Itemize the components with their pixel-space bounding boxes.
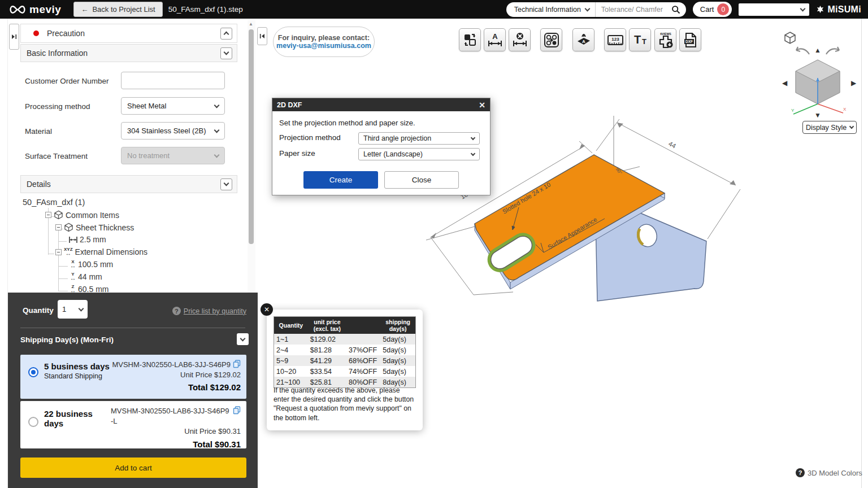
isometric-view-icon[interactable]	[783, 31, 797, 45]
header-account-dropdown[interactable]	[739, 3, 809, 16]
tree-item-dim-z[interactable]: Z↔ 60.5 mm	[70, 285, 108, 293]
quantity-select[interactable]: 1	[58, 300, 88, 319]
chamfer-button[interactable]: A	[572, 28, 594, 51]
tree-item-dim-x[interactable]: X↔ 100.5 mm	[70, 260, 113, 269]
tree-root-item[interactable]: 50_FAsm_dxf (1)	[23, 198, 85, 207]
dialog-title-bar[interactable]: 2D DXF ✕	[272, 98, 490, 111]
search-input[interactable]: Tolerance/ Chamfer	[601, 6, 668, 14]
precaution-collapse-button[interactable]	[220, 28, 232, 40]
shipping-days-value: 5 business days	[44, 361, 110, 371]
collapse-minus-icon[interactable]	[45, 212, 51, 218]
dimension-a-icon: A	[488, 32, 502, 47]
paper-size-select[interactable]: Letter (Landscape)	[358, 148, 480, 160]
six-views-icon: 6VIEWS	[657, 32, 674, 49]
thickness-value-label: 2.5 mm	[80, 235, 106, 244]
display-style-label: Display Style	[806, 124, 847, 132]
search-box[interactable]: Tolerance/ Chamfer	[596, 5, 686, 14]
processing-method-select[interactable]: Sheet Metal	[121, 97, 225, 115]
paper-size-label: Paper size	[279, 149, 315, 158]
meviy-logo[interactable]: meviy	[8, 3, 61, 16]
quantity-label: Quantity	[23, 306, 54, 315]
dim-x-value: 100.5 mm	[78, 260, 113, 269]
help-icon[interactable]: ?	[172, 307, 181, 315]
sidebar-scrollbar-thumb[interactable]	[249, 29, 254, 244]
search-icon[interactable]	[671, 5, 680, 14]
cart-button[interactable]: Cart 0	[693, 2, 732, 17]
view-cube[interactable]: Y X	[789, 55, 847, 119]
tree-item-sheet-thickness[interactable]: Sheet Thickness	[55, 223, 134, 232]
price-row: 2~4$81.28 37%OFF5day(s)	[274, 345, 416, 355]
sidebar-scrollbar[interactable]: ▲	[248, 20, 255, 293]
technical-information-label: Technical Information	[514, 6, 581, 14]
details-header[interactable]: Details	[20, 175, 237, 193]
tree-item-dim-y[interactable]: Y↔ 44 mm	[70, 272, 102, 281]
model-colors-help[interactable]: ? 3D Model Colors	[796, 468, 862, 477]
basic-information-collapse-button[interactable]	[220, 47, 232, 59]
view-right-arrow[interactable]: ▶	[851, 80, 856, 86]
tree-item-external-dimensions[interactable]: XYZ↔ External Dimensions	[55, 247, 147, 256]
text-annotation-button[interactable]: T T	[629, 28, 651, 51]
shipping-price-block: MVSHM-3N02550-LAB6-3JJ-S46P9 Unit Price …	[112, 360, 241, 393]
technical-information-dropdown[interactable]: Technical Information	[506, 2, 596, 17]
dxf-export-button[interactable]: DXF	[679, 28, 701, 51]
swap-parts-button[interactable]	[459, 28, 481, 51]
scrollbar-up-arrow-icon[interactable]: ▲	[249, 21, 253, 27]
tree-connector	[49, 254, 54, 254]
processing-method-label: Processing method	[25, 102, 90, 111]
back-to-project-list-button[interactable]: ← Back to Project List	[73, 2, 162, 17]
collapse-minus-icon[interactable]	[55, 224, 62, 230]
close-icon[interactable]: ✕	[261, 303, 273, 316]
shipping-days-title: Shipping Day(s) (Mon-Fri)	[20, 336, 114, 344]
tree-item-thickness-value[interactable]: 2.5 mm	[69, 235, 106, 244]
contact-email-link[interactable]: meviy-usa@misumiusa.com	[276, 42, 371, 50]
collapse-minus-icon[interactable]	[55, 249, 62, 255]
delete-dimension-button[interactable]	[509, 28, 531, 51]
hole-plate-icon	[544, 32, 559, 48]
left-gutter	[0, 19, 8, 488]
misumi-brand: MiSUMi	[816, 5, 861, 15]
help-icon: ?	[796, 468, 805, 477]
tree-connector	[58, 230, 59, 291]
top-header: meviy ← Back to Project List 50_FAsm_dxf…	[0, 0, 868, 19]
add-to-cart-button[interactable]: Add to cart	[20, 457, 246, 478]
misumi-logo-icon	[816, 5, 824, 14]
close-button[interactable]: Close	[384, 171, 459, 189]
view-up-arrow[interactable]: ▲	[814, 47, 821, 54]
material-select[interactable]: 304 Stainless Steel (2B)	[121, 122, 225, 140]
basic-information-header[interactable]: Basic Information	[20, 44, 237, 62]
copy-icon[interactable]	[233, 360, 241, 368]
add-dimension-button[interactable]: A	[484, 28, 506, 51]
radio-selected-icon[interactable]	[28, 367, 38, 377]
display-style-button[interactable]: Display Style	[802, 121, 857, 134]
canvas-collapse-handle[interactable]	[257, 27, 267, 45]
z-dimension-icon: Z↔	[70, 285, 76, 293]
text-tool-icon: T T	[632, 33, 648, 47]
cart-count-badge: 0	[717, 3, 729, 15]
dim-z-value: 60.5 mm	[78, 285, 108, 293]
customer-order-number-input[interactable]	[121, 72, 225, 89]
shipping-collapse-button[interactable]	[237, 333, 249, 345]
precaution-label: Precaution	[47, 29, 85, 38]
part-number: MVSHM-3N02550-LAB6-3JJ-S46P9	[112, 360, 231, 370]
shipping-option-standard[interactable]: 5 business days Standard Shipping MVSHM-…	[20, 355, 246, 399]
dialog-subtitle: Set the projection method and paper size…	[279, 119, 415, 127]
open-file-name: 50_FAsm_dxf (1).step	[168, 5, 243, 14]
measure-button[interactable]: 123	[604, 28, 626, 51]
shipping-option-economy[interactable]: 22 business days MVSHM-3N02550-LAB6-3JJ-…	[20, 401, 246, 448]
sidebar-collapse-handle[interactable]	[9, 24, 19, 50]
back-button-label: Back to Project List	[92, 5, 155, 14]
projection-method-select[interactable]: Third angle projection	[358, 132, 480, 145]
price-list-by-quantity-link[interactable]: Price list by quantity	[184, 307, 246, 315]
create-button[interactable]: Create	[303, 171, 378, 189]
radio-unselected-icon[interactable]	[28, 417, 38, 427]
hole-settings-button[interactable]	[540, 28, 562, 51]
precaution-section-header[interactable]: Precaution	[20, 24, 237, 43]
swap-parts-icon	[463, 33, 478, 47]
six-views-download-button[interactable]: 6VIEWS	[654, 28, 676, 51]
close-icon[interactable]: ✕	[479, 101, 485, 110]
tree-item-common-items[interactable]: Common Items	[45, 210, 119, 220]
view-left-arrow[interactable]: ◀	[782, 80, 787, 86]
details-collapse-button[interactable]	[220, 178, 232, 190]
copy-icon[interactable]	[233, 406, 241, 415]
chevron-down-icon	[471, 151, 475, 155]
